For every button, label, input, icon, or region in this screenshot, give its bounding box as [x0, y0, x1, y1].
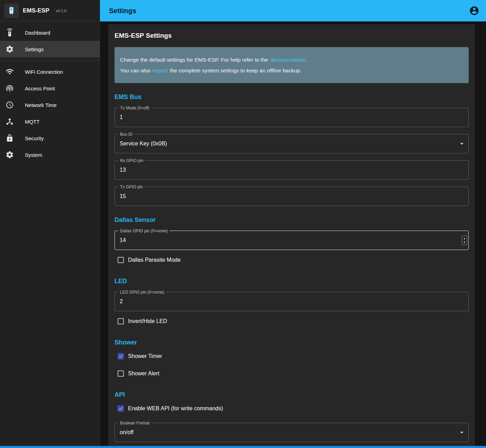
sidebar: EMS-ESP v2.1.0 Dashboard Settings — [0, 0, 100, 448]
settings-remote-icon — [6, 28, 14, 37]
section-title-led: LED — [114, 278, 469, 285]
sidebar-item-label: Dashboard — [25, 30, 50, 36]
dallas-parasite-row[interactable]: Dallas Parasite Mode — [114, 253, 469, 267]
brand-version: v2.1.0 — [56, 9, 66, 13]
sidebar-item-mqtt[interactable]: MQTT — [0, 113, 100, 130]
boiler-logo-icon — [4, 3, 19, 18]
boolean-format-select[interactable]: Boolean Format on/off — [114, 423, 469, 442]
brand-name: EMS-ESP — [23, 7, 49, 14]
rx-gpio-input[interactable] — [115, 161, 468, 179]
enable-web-api-label: Enable WEB API (for write commands) — [128, 405, 223, 412]
sidebar-item-settings[interactable]: Settings — [0, 41, 100, 57]
sidebar-item-label: Network Time — [25, 102, 57, 108]
info-text: Change the default settings for EMS-ESP.… — [120, 57, 268, 63]
invert-led-row[interactable]: Invert/Hide LED — [114, 314, 469, 329]
info-line-2: You can also export the complete system … — [120, 66, 463, 74]
info-line-1: Change the default settings for EMS-ESP.… — [120, 56, 463, 64]
content-column: Settings EMS-ESP Settings Change the def… — [100, 0, 486, 448]
checkbox-icon[interactable] — [118, 318, 124, 324]
bottom-bar — [0, 446, 486, 448]
shower-alert-label: Shower Alert — [128, 370, 159, 377]
card-title: EMS-ESP Settings — [114, 32, 469, 39]
info-text: . — [306, 57, 308, 63]
led-gpio-input[interactable] — [115, 292, 468, 311]
chevron-down-icon[interactable] — [458, 140, 466, 148]
dallas-gpio-label: Dallas GPIO pin (0=none) — [118, 229, 169, 233]
sidebar-item-label: Settings — [25, 46, 44, 52]
shower-timer-row[interactable]: Shower Timer — [114, 349, 469, 364]
sidebar-item-label: Security — [25, 135, 44, 141]
settings-scroll-area[interactable]: EMS-ESP Settings Change the default sett… — [100, 21, 486, 448]
sidebar-nav: Dashboard Settings WiFi Connection A — [0, 21, 100, 166]
info-text: You can also — [120, 68, 150, 73]
appbar: Settings — [100, 0, 486, 21]
sidebar-item-network-time[interactable]: Network Time — [0, 97, 100, 113]
tx-mode-input[interactable] — [115, 108, 468, 127]
tx-gpio-input[interactable] — [115, 187, 468, 206]
checkbox-icon[interactable] — [118, 370, 124, 377]
spinner-up-icon[interactable]: ▲ — [463, 236, 466, 240]
clock-icon — [6, 101, 14, 109]
sidebar-item-system[interactable]: System — [0, 146, 100, 163]
page-title: Settings — [109, 7, 467, 15]
sidebar-item-label: MQTT — [25, 119, 40, 125]
number-spinner[interactable]: ▲▼ — [462, 236, 467, 245]
sidebar-item-label: WiFi Connection — [25, 69, 63, 75]
brand-header: EMS-ESP v2.1.0 — [0, 0, 100, 21]
export-link[interactable]: export — [152, 68, 168, 73]
bus-id-label: Bus ID — [118, 132, 134, 137]
tx-mode-label: Tx Mode (0=off) — [118, 106, 151, 110]
lock-icon — [6, 134, 14, 142]
bus-id-select[interactable]: Bus ID Service Key (0x0B) — [114, 134, 469, 153]
rx-gpio-label: Rx GPIO pin — [118, 158, 145, 163]
bus-id-value: Service Key (0x0B) — [115, 134, 468, 153]
dallas-parasite-label: Dallas Parasite Mode — [128, 257, 181, 263]
shower-alert-row[interactable]: Shower Alert — [114, 366, 469, 381]
rx-gpio-field: Rx GPIO pin — [114, 160, 469, 180]
section-title-api: API — [114, 391, 469, 398]
sidebar-item-security[interactable]: Security — [0, 130, 100, 146]
tx-mode-field: Tx Mode (0=off) — [114, 108, 469, 127]
tx-gpio-label: Tx GPIO pin — [118, 185, 145, 189]
spinner-down-icon[interactable]: ▼ — [463, 240, 466, 244]
sidebar-item-label: Access Point — [25, 86, 55, 91]
sidebar-item-access-point[interactable]: Access Point — [0, 80, 100, 97]
checkbox-icon[interactable] — [118, 353, 124, 359]
led-gpio-field: LED GPIO pin (0=none) — [114, 292, 469, 311]
section-title-ems-bus: EMS Bus — [114, 93, 469, 101]
documentation-link[interactable]: documentation — [269, 57, 306, 63]
chevron-down-icon[interactable] — [458, 428, 466, 437]
section-title-dallas-sensor: Dallas Sensor — [114, 216, 469, 224]
app-root: EMS-ESP v2.1.0 Dashboard Settings — [0, 0, 486, 448]
gear-icon — [6, 45, 14, 53]
checkbox-icon[interactable] — [118, 405, 124, 412]
invert-led-label: Invert/Hide LED — [128, 318, 167, 324]
dallas-gpio-field: Dallas GPIO pin (0=none) ▲▼ — [114, 231, 469, 250]
section-title-shower: Shower — [114, 339, 469, 346]
shower-timer-label: Shower Timer — [128, 353, 162, 359]
checkbox-icon[interactable] — [118, 257, 124, 263]
sidebar-item-wifi-connection[interactable]: WiFi Connection — [0, 63, 100, 80]
boolean-format-label: Boolean Format — [118, 421, 151, 425]
wifi-tethering-icon — [6, 84, 14, 92]
divider — [0, 60, 100, 61]
tx-gpio-field: Tx GPIO pin — [114, 187, 469, 206]
sidebar-item-dashboard[interactable]: Dashboard — [0, 24, 100, 41]
boolean-format-value: on/off — [115, 423, 468, 442]
settings-card: EMS-ESP Settings Change the default sett… — [108, 24, 475, 448]
account-circle-icon[interactable] — [467, 4, 481, 18]
device-hub-icon — [6, 117, 14, 126]
info-text: the complete system settings to keep an … — [168, 68, 302, 73]
led-gpio-label: LED GPIO pin (0=none) — [118, 290, 166, 295]
enable-web-api-row[interactable]: Enable WEB API (for write commands) — [114, 401, 469, 416]
dallas-gpio-input[interactable] — [115, 231, 468, 250]
info-banner: Change the default settings for EMS-ESP.… — [114, 47, 469, 83]
gear-icon — [6, 151, 14, 159]
wifi-icon — [6, 68, 14, 76]
sidebar-item-label: System — [25, 152, 42, 158]
